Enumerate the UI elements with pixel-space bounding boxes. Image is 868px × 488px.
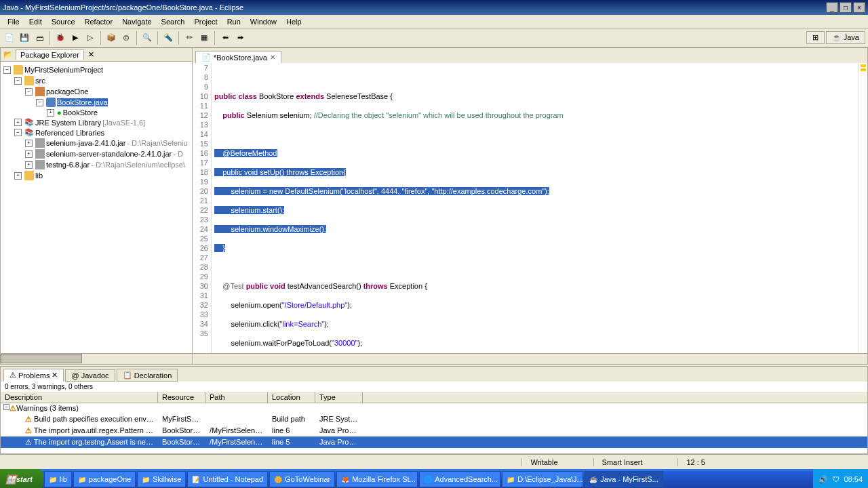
- menu-help[interactable]: Help: [281, 16, 307, 27]
- taskbar-item[interactable]: 📁 packageOne: [73, 471, 136, 487]
- menu-run[interactable]: Run: [222, 16, 245, 27]
- maximize-button[interactable]: □: [840, 2, 852, 13]
- col-description[interactable]: Description: [1, 392, 158, 403]
- tree-jar3[interactable]: +testng-6.8.jar - D:\Rajan\Selenium\ecli…: [3, 159, 189, 170]
- window-title-bar: Java - MyFirstSeleniumProject/src/packag…: [0, 0, 868, 15]
- tab-problems[interactable]: ⚠ Problems ✕: [3, 369, 64, 382]
- problem-row[interactable]: ⚠ The import org.testng.Assert is never …: [1, 436, 867, 448]
- new-package-icon[interactable]: 📦: [104, 31, 118, 45]
- menu-window[interactable]: Window: [245, 16, 281, 27]
- code-editor[interactable]: 7891011121314151617181920212223242526272…: [193, 63, 867, 353]
- tree-jar2[interactable]: +selenium-server-standalone-2.41.0.jar -…: [3, 148, 189, 159]
- package-explorer-title[interactable]: Package Explorer: [16, 49, 84, 60]
- tray-clock: 08:54: [844, 475, 863, 483]
- tray-icon[interactable]: 🛡: [832, 475, 840, 483]
- toggle-mark-icon[interactable]: ✏: [182, 31, 196, 45]
- forward-icon[interactable]: ➡: [233, 31, 247, 45]
- package-explorer-tree[interactable]: −MyFirstSeleniumProject −src −packageOne…: [1, 62, 192, 353]
- col-location[interactable]: Location: [268, 392, 315, 403]
- java-perspective-button[interactable]: ☕ Java: [826, 31, 865, 44]
- close-button[interactable]: ×: [853, 2, 865, 13]
- tree-file[interactable]: −BookStore.java: [3, 97, 189, 108]
- line-gutter: 7891011121314151617181920212223242526272…: [193, 63, 212, 353]
- minimize-button[interactable]: _: [826, 2, 838, 13]
- overview-ruler[interactable]: [858, 63, 867, 353]
- toggle-block-icon[interactable]: ▦: [197, 31, 211, 45]
- tray-icon[interactable]: 🔊: [818, 475, 828, 484]
- new-icon[interactable]: 📄: [3, 31, 16, 45]
- editor-tabs: 📄 *BookStore.java ✕: [193, 48, 867, 63]
- taskbar-item[interactable]: 📝 Untitled - Notepad: [187, 471, 268, 487]
- search-icon[interactable]: 🔦: [161, 31, 175, 45]
- editor-scrollbar[interactable]: [193, 353, 867, 364]
- explorer-scrollbar[interactable]: [1, 353, 192, 364]
- save-all-icon[interactable]: 🗃: [33, 31, 46, 45]
- tab-declaration[interactable]: 📋 Declaration: [117, 369, 178, 382]
- new-class-icon[interactable]: ©: [119, 31, 133, 45]
- taskbar-item[interactable]: 🌐 AdvancedSearch...: [419, 471, 500, 487]
- editor-tab-bookstore[interactable]: 📄 *BookStore.java ✕: [195, 51, 281, 63]
- menu-edit[interactable]: Edit: [24, 16, 47, 27]
- save-icon[interactable]: 💾: [18, 31, 31, 45]
- status-writable: Writable: [521, 458, 566, 466]
- menu-search[interactable]: Search: [157, 16, 190, 27]
- open-perspective-icon[interactable]: ⊞: [806, 31, 825, 44]
- taskbar-item[interactable]: 📁 lib: [44, 471, 72, 487]
- menu-source[interactable]: Source: [47, 16, 80, 27]
- problem-row[interactable]: ⚠ The import java.util.regex.Pattern is …: [1, 425, 867, 436]
- problems-table: Description Resource Path Location Type …: [1, 392, 867, 453]
- tree-jar1[interactable]: +selenium-java-2.41.0.jar - D:\Rajan\Sel…: [3, 138, 189, 148]
- tree-class[interactable]: +●BookStore: [3, 108, 189, 117]
- col-type[interactable]: Type: [315, 392, 363, 403]
- taskbar-item[interactable]: 🌼 GoToWebinar: [269, 471, 335, 487]
- window-title: Java - MyFirstSeleniumProject/src/packag…: [3, 3, 243, 12]
- taskbar-item-active[interactable]: ☕ Java - MyFirstS...: [585, 471, 663, 487]
- close-tab-icon[interactable]: ✕: [270, 54, 275, 61]
- code-body[interactable]: public class BookStore extends SeleneseT…: [212, 63, 858, 353]
- status-insert: Smart Insert: [593, 458, 651, 466]
- menu-bar: File Edit Source Refactor Navigate Searc…: [0, 15, 868, 28]
- status-position: 12 : 5: [677, 458, 713, 466]
- run-last-icon[interactable]: ▷: [83, 31, 97, 45]
- tree-jre[interactable]: +📚JRE System Library [JavaSE-1.6]: [3, 117, 189, 127]
- java-file-icon: 📄: [201, 53, 211, 62]
- bottom-tabs: ⚠ Problems ✕ @ Javadoc 📋 Declaration: [1, 367, 867, 382]
- tree-project[interactable]: −MyFirstSeleniumProject: [3, 64, 189, 75]
- open-type-icon[interactable]: 🔍: [140, 31, 154, 45]
- window-controls: _ □ ×: [826, 2, 865, 13]
- tree-src[interactable]: −src: [3, 75, 189, 86]
- tree-package[interactable]: −packageOne: [3, 86, 189, 97]
- debug-icon[interactable]: 🐞: [54, 31, 67, 45]
- run-icon[interactable]: ▶: [68, 31, 82, 45]
- problems-header: Description Resource Path Location Type: [1, 392, 867, 403]
- col-path[interactable]: Path: [205, 392, 268, 403]
- start-button[interactable]: 🪟 start: [0, 469, 43, 488]
- editor-tab-label: *BookStore.java: [214, 54, 267, 62]
- tab-javadoc[interactable]: @ Javadoc: [65, 369, 115, 382]
- problems-panel: ⚠ Problems ✕ @ Javadoc 📋 Declaration 0 e…: [0, 366, 868, 454]
- problems-body: − ⚠ Warnings (3 items) ⚠ Build path spec…: [1, 403, 867, 448]
- col-resource[interactable]: Resource: [158, 392, 205, 403]
- perspective-switcher: ⊞ ☕ Java: [806, 31, 865, 44]
- package-explorer-tab-bar: 📂 Package Explorer ✕: [1, 48, 192, 62]
- taskbar-item[interactable]: 📁 D:\Eclipse_Java\J...: [502, 471, 583, 487]
- toolbar: 📄 💾 🗃 🐞 ▶ ▷ 📦 © 🔍 🔦 ✏ ▦ ⬅ ➡ ⊞ ☕ Java: [0, 28, 868, 47]
- tree-reflib[interactable]: −📚Referenced Libraries: [3, 127, 189, 138]
- menu-file[interactable]: File: [3, 16, 24, 27]
- package-explorer-panel: 📂 Package Explorer ✕ −MyFirstSeleniumPro…: [0, 47, 193, 365]
- system-tray[interactable]: 🔊 🛡 08:54: [813, 469, 868, 488]
- taskbar-item[interactable]: 📁 Skillwise: [137, 471, 186, 487]
- taskbar-item[interactable]: 🦊 Mozilla Firefox St...: [336, 471, 418, 487]
- main-area: 📂 Package Explorer ✕ −MyFirstSeleniumPro…: [0, 47, 868, 365]
- menu-refactor[interactable]: Refactor: [80, 16, 118, 27]
- menu-project[interactable]: Project: [189, 16, 222, 27]
- tree-lib[interactable]: +lib: [3, 170, 189, 181]
- back-icon[interactable]: ⬅: [218, 31, 232, 45]
- close-view-icon[interactable]: ✕: [88, 50, 94, 59]
- status-bar: Writable Smart Insert 12 : 5: [0, 454, 868, 469]
- warnings-group[interactable]: − ⚠ Warnings (3 items): [1, 403, 867, 413]
- problem-row[interactable]: ⚠ Build path specifies execution environ…: [1, 413, 867, 425]
- problems-count: 0 errors, 3 warnings, 0 others: [1, 382, 867, 392]
- editor-panel: 📄 *BookStore.java ✕ 78910111213141516171…: [193, 47, 868, 365]
- menu-navigate[interactable]: Navigate: [117, 16, 156, 27]
